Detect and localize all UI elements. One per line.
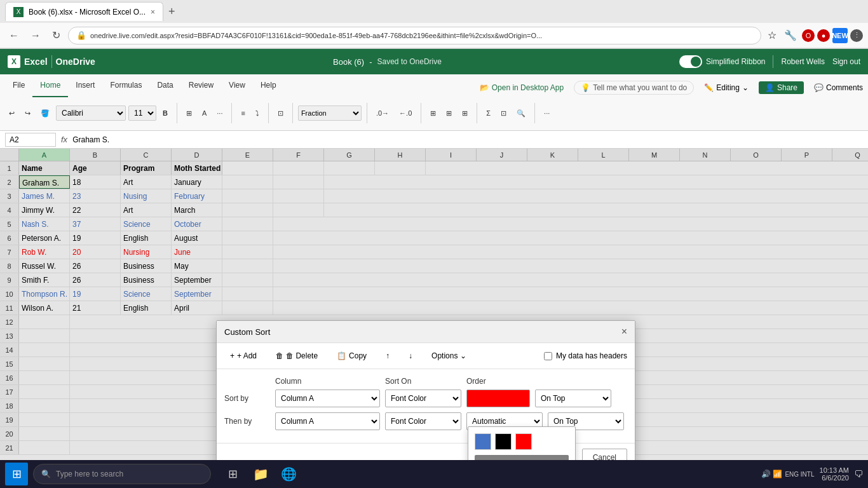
ribbon: File Home Insert Formulas Data Review Vi… xyxy=(0,74,868,131)
align-btn[interactable]: ≡ xyxy=(237,107,248,119)
red-color-swatch[interactable] xyxy=(515,433,532,450)
editing-btn[interactable]: ✏️Editing⌄ xyxy=(704,83,749,92)
tell-me-area[interactable]: 💡Tell me what you want to do xyxy=(574,81,694,95)
language-indicator: ENG INTL xyxy=(785,471,814,478)
move-down-btn[interactable]: ↓ xyxy=(403,348,418,363)
paintbucket-btn[interactable]: 🪣 xyxy=(37,107,53,119)
dialog-title-bar: Custom Sort × xyxy=(217,321,635,343)
format-cells-btn[interactable]: ⊞ xyxy=(182,107,196,119)
active-tab[interactable]: X Book (6).xlsx - Microsoft Excel O... × xyxy=(5,2,163,21)
back-btn[interactable]: ← xyxy=(5,27,23,44)
options-btn[interactable]: Options ⌄ xyxy=(426,348,472,363)
sum-btn[interactable]: Σ xyxy=(482,107,494,119)
font-family-select[interactable]: Calibri xyxy=(56,105,126,121)
color-swatches-row xyxy=(475,433,569,450)
font-size-select[interactable]: 11 xyxy=(128,105,156,121)
conditional-format-btn[interactable]: ⊞ xyxy=(426,107,440,119)
new-badge-icon[interactable]: NEW xyxy=(832,28,848,43)
toggle-thumb xyxy=(691,57,701,67)
dialog-close-btn[interactable]: × xyxy=(621,326,627,337)
more-btn[interactable]: ··· xyxy=(213,107,226,119)
tab-insert[interactable]: Insert xyxy=(68,74,102,97)
dialog-title: Custom Sort xyxy=(224,327,270,337)
sort-by-column-select[interactable]: Column A Column B Column C Column D xyxy=(275,390,380,407)
sign-out-btn[interactable]: Sign out xyxy=(832,57,860,66)
open-desktop-btn[interactable]: 📂Open in Desktop App xyxy=(480,83,564,92)
refresh-btn[interactable]: ↻ xyxy=(48,27,64,44)
extension-icon[interactable]: 🔧 xyxy=(782,27,799,44)
copy-level-btn[interactable]: 📋 Copy xyxy=(331,348,372,363)
increase-decimal-btn[interactable]: .0→ xyxy=(372,107,393,119)
tab-formulas[interactable]: Formulas xyxy=(102,74,149,97)
forward-btn[interactable]: → xyxy=(27,27,44,44)
redo-btn[interactable]: ↪ xyxy=(21,107,34,119)
column-header-label: Column xyxy=(275,377,380,386)
order-header-label: Order xyxy=(466,377,606,386)
tab-review[interactable]: Review xyxy=(181,74,221,97)
opera-icon[interactable]: O xyxy=(802,29,815,42)
sort-by-sorton-select[interactable]: Cell Values Cell Color Font Color Cell I… xyxy=(385,390,461,407)
tab-view[interactable]: View xyxy=(221,74,253,97)
sort-by-color-swatch[interactable] xyxy=(466,390,530,407)
table-btn[interactable]: ⊞ xyxy=(442,107,456,119)
copy-icon: 📋 xyxy=(337,351,346,360)
find-btn[interactable]: 🔍 xyxy=(513,107,529,119)
tab-data[interactable]: Data xyxy=(149,74,180,97)
fx-label: fx xyxy=(61,135,67,144)
simplified-ribbon-toggle-area: Simplified Ribbon xyxy=(679,55,765,68)
merge-btn[interactable]: ⊡ xyxy=(274,107,287,119)
delete-level-btn[interactable]: 🗑 🗑 Delete xyxy=(270,348,323,363)
taskbar-search-box[interactable]: 🔍 Type here to search xyxy=(33,464,211,484)
new-tab-btn[interactable]: + xyxy=(168,5,175,18)
headers-checkbox-area: My data has headers xyxy=(544,351,627,360)
format-select[interactable]: Fraction xyxy=(298,105,362,121)
excel-label: Excel xyxy=(24,57,48,67)
cell-styles-btn[interactable]: ⊞ xyxy=(458,107,471,119)
tab-bar: X Book (6).xlsx - Microsoft Excel O... ×… xyxy=(0,0,868,23)
then-by-sorton-select[interactable]: Cell Values Cell Color Font Color Cell I… xyxy=(385,412,461,430)
file-explorer-btn[interactable]: 📁 xyxy=(249,463,272,485)
my-data-headers-checkbox[interactable] xyxy=(544,352,552,360)
sort-by-row: Sort by Column A Column B Column C Colum… xyxy=(224,390,627,407)
sort-by-order-select[interactable]: On Top On Bottom xyxy=(535,390,611,407)
start-btn[interactable]: ⊞ xyxy=(5,463,28,485)
move-up-btn[interactable]: ↑ xyxy=(380,348,395,363)
tab-home[interactable]: Home xyxy=(32,74,68,97)
decrease-decimal-btn[interactable]: ←.0 xyxy=(395,107,416,119)
bookmark-icon[interactable]: ☆ xyxy=(765,27,779,44)
font-color-btn[interactable]: A xyxy=(198,107,210,119)
ribbon-content: ↩ ↪ 🪣 Calibri 11 B ⊞ A ··· ≡ ⤵ ⊡ Fractio… xyxy=(0,97,868,130)
black-color-swatch[interactable] xyxy=(495,433,512,450)
more2-btn[interactable]: ··· xyxy=(540,107,553,119)
formula-bar: A2 fx Graham S. xyxy=(0,131,868,149)
blue-color-swatch[interactable] xyxy=(475,433,491,450)
tab-help[interactable]: Help xyxy=(253,74,284,97)
address-bar[interactable]: 🔒 onedrive.live.com/edit.aspx?resid=BBFA… xyxy=(68,27,761,44)
tab-title: Book (6).xlsx - Microsoft Excel O... xyxy=(29,8,146,17)
comments-btn[interactable]: 💬Comments xyxy=(814,83,863,92)
taskbar: ⊞ 🔍 Type here to search ⊞ 📁 🌐 🔊 📶 ENG IN… xyxy=(0,460,868,488)
bold-btn[interactable]: B xyxy=(159,107,172,119)
ribbon-divider-5 xyxy=(367,103,367,123)
undo-btn[interactable]: ↩ xyxy=(5,107,18,119)
icon2[interactable]: ● xyxy=(817,29,830,42)
cell-reference-input[interactable]: A2 xyxy=(5,133,56,147)
browser-chrome: X Book (6).xlsx - Microsoft Excel O... ×… xyxy=(0,0,868,49)
simplified-ribbon-toggle[interactable] xyxy=(679,55,702,68)
share-btn[interactable]: 👤Share xyxy=(759,81,804,94)
sort-by-label: Sort by xyxy=(224,394,270,403)
wrap-btn[interactable]: ⤵ xyxy=(252,107,263,119)
tab-favicon: X xyxy=(13,7,24,17)
tray-icons: 🔊 📶 xyxy=(761,470,782,478)
task-view-btn[interactable]: ⊞ xyxy=(221,463,244,485)
add-level-btn[interactable]: + + Add xyxy=(224,348,262,363)
tab-close-btn[interactable]: × xyxy=(151,8,155,17)
notification-btn[interactable]: 🗨 xyxy=(854,469,863,479)
then-by-column-select[interactable]: Column A Column B Column C Column D xyxy=(275,412,380,430)
chrome-btn[interactable]: 🌐 xyxy=(277,463,300,485)
fill-btn[interactable]: ⊡ xyxy=(497,107,510,119)
menu-icon[interactable]: ⋮ xyxy=(850,29,863,42)
tab-file[interactable]: File xyxy=(5,74,32,97)
delete-icon: 🗑 xyxy=(276,351,283,360)
user-name: Robert Wells xyxy=(781,57,824,66)
